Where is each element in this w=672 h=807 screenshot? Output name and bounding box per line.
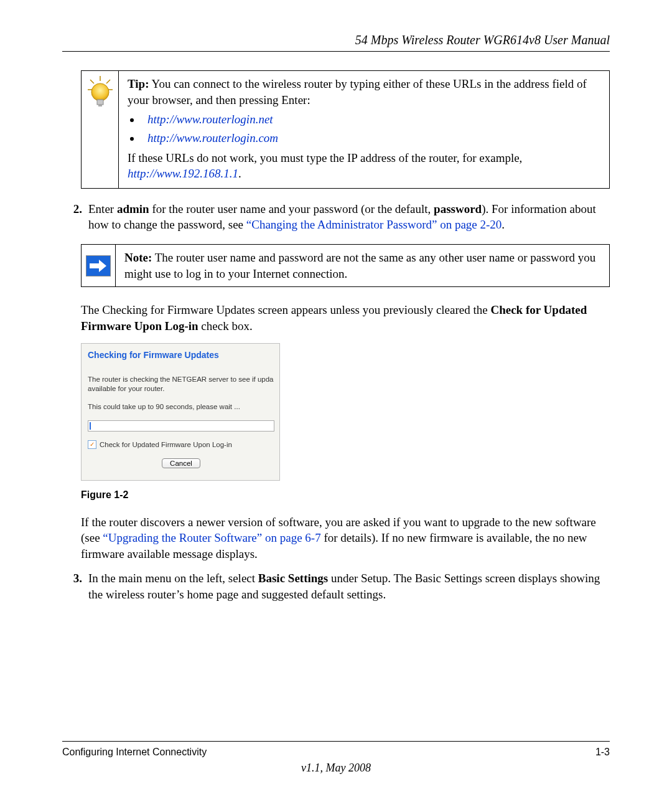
- tip-followup-text: If these URLs do not work, you must type…: [128, 151, 522, 164]
- figure-firmware-panel: Checking for Firmware Updates The router…: [81, 343, 610, 481]
- footer-section: Configuring Internet Connectivity: [62, 747, 207, 758]
- step2-admin: admin: [117, 202, 149, 215]
- crossref-change-password[interactable]: “Changing the Administrator Password” on…: [246, 218, 502, 231]
- svg-rect-7: [98, 105, 102, 106]
- document-header-title: 54 Mbps Wireless Router WGR614v8 User Ma…: [62, 33, 610, 47]
- figure-caption: Figure 1-2: [81, 489, 610, 501]
- tip-icon-cell: [82, 71, 119, 188]
- step2-text: Enter: [88, 202, 117, 215]
- para-check-text2: check box.: [198, 319, 253, 333]
- tip-url-list: http://www.routerlogin.net http://www.ro…: [141, 111, 600, 146]
- firmware-panel-text1: The router is checking the NETGEAR serve…: [88, 375, 274, 394]
- footer-version: v1.1, May 2008: [62, 762, 610, 775]
- step3-basic-settings: Basic Settings: [258, 572, 328, 585]
- tip-callout: Tip: You can connect to the wireless rou…: [81, 70, 610, 189]
- progress-bar: [88, 420, 274, 432]
- step-number: 2.: [62, 201, 88, 233]
- note-icon-cell: [82, 245, 116, 286]
- note-callout: Note: The router user name and password …: [81, 244, 610, 287]
- para-check-text1: The Checking for Firmware Updates screen…: [81, 303, 490, 316]
- step2-text2: for the router user name and your passwo…: [149, 202, 434, 215]
- tip-intro-text: You can connect to the wireless router b…: [128, 77, 587, 106]
- firmware-panel: Checking for Firmware Updates The router…: [81, 343, 280, 481]
- step-3: 3. In the main menu on the left, select …: [62, 570, 610, 602]
- firmware-panel-title: Checking for Firmware Updates: [88, 350, 274, 360]
- tip-content: Tip: You can connect to the wireless rou…: [119, 71, 609, 188]
- firmware-checkbox[interactable]: ✓: [88, 440, 96, 449]
- footer-rule: [62, 741, 610, 742]
- cancel-button[interactable]: Cancel: [162, 458, 200, 468]
- svg-line-1: [90, 80, 94, 83]
- lightbulb-icon: [85, 75, 114, 111]
- svg-line-2: [106, 80, 110, 83]
- tip-link-1[interactable]: http://www.routerlogin.net: [147, 113, 273, 126]
- tip-link-2[interactable]: http://www.routerlogin.com: [147, 131, 278, 144]
- step2-password: password: [434, 202, 482, 215]
- footer-page-number: 1-3: [595, 747, 610, 758]
- crossref-upgrade-software[interactable]: “Upgrading the Router Software” on page …: [103, 531, 320, 544]
- firmware-panel-text2: This could take up to 90 seconds, please…: [88, 402, 274, 412]
- step-number: 3.: [62, 570, 88, 602]
- note-label: Note:: [124, 251, 152, 264]
- note-text: The router user name and password are no…: [124, 251, 595, 280]
- header-rule: [62, 51, 610, 52]
- firmware-checkbox-label: Check for Updated Firmware Upon Log-in: [100, 441, 232, 448]
- arrow-right-icon: [86, 255, 111, 276]
- step2-text4: .: [502, 218, 505, 231]
- step3-text1: In the main menu on the left, select: [88, 572, 258, 585]
- tip-followup-end: .: [238, 167, 241, 180]
- step-2: 2. Enter admin for the router user name …: [62, 201, 610, 233]
- tip-label: Tip:: [128, 77, 149, 90]
- tip-ip-link[interactable]: http://www.192.168.1.1: [128, 167, 238, 180]
- svg-rect-6: [97, 100, 103, 105]
- svg-point-5: [91, 83, 109, 101]
- page-footer: Configuring Internet Connectivity 1-3 v1…: [62, 741, 610, 775]
